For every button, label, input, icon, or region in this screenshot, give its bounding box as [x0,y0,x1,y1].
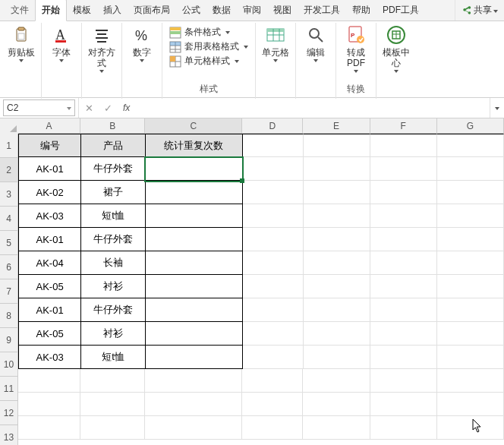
row-header-7[interactable]: 7 [0,279,18,304]
row-header-6[interactable]: 6 [0,255,18,279]
cell-G12[interactable] [437,393,504,416]
cell-F8[interactable] [370,298,437,322]
cell-G2[interactable] [437,157,504,181]
cell-B8[interactable]: 牛仔外套 [81,298,146,322]
column-header-E[interactable]: E [303,118,370,134]
cell-A6[interactable]: AK-04 [18,251,81,275]
cell-style-button[interactable]: 单元格样式 [169,55,248,68]
fx-icon[interactable]: fx [123,103,130,113]
cell-B1[interactable]: 产品 [81,134,146,157]
formula-input[interactable] [136,100,490,115]
cell-F12[interactable] [370,393,437,416]
row-header-12[interactable]: 12 [0,401,18,425]
cell-B5[interactable]: 牛仔外套 [81,228,146,251]
tab-view[interactable]: 视图 [267,0,298,21]
row-header-13[interactable]: 13 [0,425,18,445]
cell-E6[interactable] [304,251,370,275]
cell-F10[interactable] [370,346,437,369]
cell-A2[interactable]: AK-01 [18,157,81,181]
cell-E10[interactable] [304,346,370,369]
cell-C4[interactable] [146,204,243,228]
cell-G10[interactable] [437,346,504,369]
cell-D1[interactable] [243,134,304,157]
cell-B13[interactable] [80,416,145,440]
cell-C13[interactable] [145,416,242,440]
cell-F1[interactable] [370,134,437,157]
cell-A5[interactable]: AK-01 [18,228,81,251]
cell-G8[interactable] [437,298,504,322]
cell-B10[interactable]: 短t恤 [81,346,146,369]
cell-G4[interactable] [437,204,504,228]
cell-A11[interactable] [18,369,80,393]
column-header-G[interactable]: G [437,118,504,134]
tab-devtools[interactable]: 开发工具 [298,0,346,21]
select-all-corner[interactable] [0,118,19,134]
font-button[interactable]: A 字体 [46,24,77,62]
row-header-2[interactable]: 2 [0,158,18,182]
tab-help[interactable]: 帮助 [346,0,376,21]
cell-D5[interactable] [243,228,304,251]
cell-E9[interactable] [304,322,370,346]
column-header-C[interactable]: C [145,118,242,134]
cell-F5[interactable] [370,228,437,251]
cell-E2[interactable] [304,157,370,181]
cell-D3[interactable] [243,181,304,204]
cell-B2[interactable]: 牛仔外套 [81,157,146,181]
cell-E1[interactable] [304,134,370,157]
cell-F11[interactable] [370,369,437,393]
tab-review[interactable]: 审阅 [237,0,267,21]
cancel-icon[interactable]: ✕ [85,103,93,114]
cell-G1[interactable] [437,134,504,157]
row-header-11[interactable]: 11 [0,377,18,401]
cell-F3[interactable] [370,181,437,204]
cell-D13[interactable] [242,416,303,440]
tab-pdf[interactable]: PDF工具 [376,0,425,21]
formula-bar-expand[interactable] [490,98,504,118]
cell-F6[interactable] [370,251,437,275]
cell-B4[interactable]: 短t恤 [81,204,146,228]
row-header-10[interactable]: 10 [0,352,18,377]
cell-G9[interactable] [437,322,504,346]
cell-E5[interactable] [304,228,370,251]
paste-button[interactable]: 剪贴板 [6,24,36,62]
cell-C3[interactable] [146,181,243,204]
row-header-3[interactable]: 3 [0,182,18,207]
cell-A12[interactable] [18,393,80,416]
cell-A7[interactable]: AK-05 [18,275,81,298]
row-header-8[interactable]: 8 [0,304,18,328]
cell-C8[interactable] [146,298,243,322]
cell-E4[interactable] [304,204,370,228]
cell-E12[interactable] [303,393,370,416]
cell-B6[interactable]: 长袖 [81,251,146,275]
cell-B7[interactable]: 衬衫 [81,275,146,298]
cell-F9[interactable] [370,322,437,346]
tab-template[interactable]: 模板 [67,0,97,21]
cell-G11[interactable] [437,369,504,393]
cell-E11[interactable] [303,369,370,393]
cell-C11[interactable] [145,369,242,393]
cell-E7[interactable] [304,275,370,298]
cell-B3[interactable]: 裙子 [81,181,146,204]
cell-C9[interactable] [146,322,243,346]
cell-G7[interactable] [437,275,504,298]
number-button[interactable]: % 数字 [127,24,157,62]
cell-D4[interactable] [243,204,304,228]
edit-button[interactable]: 编辑 [301,24,331,62]
cell-A8[interactable]: AK-01 [18,298,81,322]
column-header-B[interactable]: B [80,118,145,134]
confirm-icon[interactable]: ✓ [104,103,112,114]
cell-F7[interactable] [370,275,437,298]
align-button[interactable]: 对齐方式 [87,24,117,73]
cell-D8[interactable] [243,298,304,322]
cell-C10[interactable] [146,346,243,369]
cell-D6[interactable] [243,251,304,275]
cell-A10[interactable]: AK-03 [18,346,81,369]
tab-insert[interactable]: 插入 [97,0,128,21]
tab-data[interactable]: 数据 [206,0,237,21]
conditional-format-button[interactable]: 条件格式 [169,26,248,39]
cell-C2[interactable] [146,157,243,181]
cell-D11[interactable] [242,369,303,393]
cell-A13[interactable] [18,416,80,440]
row-header-4[interactable]: 4 [0,207,18,231]
worksheet-grid[interactable]: ABCDEFG 12345678910111213 编号产品统计重复次数AK-0… [0,118,504,445]
